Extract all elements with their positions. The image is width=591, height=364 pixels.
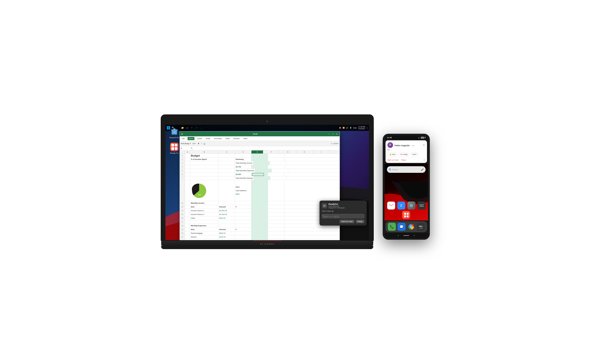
cell-a5[interactable] xyxy=(185,169,190,172)
taskbar-language[interactable]: ENG xyxy=(353,127,357,129)
cell-f19[interactable] xyxy=(268,228,285,231)
taskbar-notification-icon[interactable]: 🔔 xyxy=(339,127,341,129)
maximize-button[interactable]: □ xyxy=(332,133,334,135)
cell-b5[interactable] xyxy=(190,169,219,172)
cell-b15[interactable]: Income Source 2 xyxy=(190,213,219,216)
cell-b1[interactable]: Budget xyxy=(190,154,219,157)
cell-a4[interactable] xyxy=(185,165,190,169)
font-name[interactable]: Arial (Body) ▾ xyxy=(181,143,191,144)
home-button[interactable] xyxy=(403,235,409,236)
cell-b21[interactable]: Electric xyxy=(190,235,219,239)
quick-reply-sure[interactable]: 👍 Sure xyxy=(387,152,398,156)
cell-b8-pie[interactable]: 56% xyxy=(190,180,219,201)
cell-b13[interactable]: Item xyxy=(190,205,219,209)
recents-button[interactable] xyxy=(414,235,415,236)
cell-a12[interactable] xyxy=(185,201,190,205)
cell-a14[interactable] xyxy=(185,209,190,212)
cell-e5[interactable] xyxy=(255,169,272,172)
app-zoom[interactable]: Z xyxy=(397,202,405,209)
taskbar-edge[interactable]: ◈ xyxy=(185,126,189,130)
taskbar-teams[interactable]: T xyxy=(190,126,194,130)
cell-f14[interactable] xyxy=(268,209,285,212)
cell-c14[interactable]: $2,500.00 xyxy=(219,209,235,212)
cell-f4[interactable] xyxy=(268,165,285,169)
cell-c16[interactable]: $250.00 xyxy=(219,216,235,220)
quick-reply-ready[interactable]: I'm ready xyxy=(398,152,410,156)
cell-e7[interactable] xyxy=(254,176,270,180)
cell-c5[interactable] xyxy=(219,169,235,172)
cell-a15[interactable] xyxy=(185,213,190,216)
cell-d8[interactable]: $800 Cash Balance $500 xyxy=(235,180,252,201)
dock-camera[interactable]: 📷 xyxy=(417,223,425,231)
cell-a7[interactable] xyxy=(185,176,190,180)
menu-formulas[interactable]: Formulas xyxy=(213,137,223,140)
taskbar-clock[interactable]: 11:35 AM 4/1/2022 xyxy=(358,126,365,130)
cell-e1[interactable] xyxy=(252,154,268,157)
col-header-a[interactable]: A xyxy=(185,150,190,154)
cell-d6[interactable]: $2,950 xyxy=(235,173,252,176)
excel-grid[interactable]: A B C D E F G H I xyxy=(180,150,339,240)
cell-c13[interactable]: Amount xyxy=(219,205,235,209)
menu-data[interactable]: Data xyxy=(225,137,231,140)
cell-b22[interactable]: Gas xyxy=(190,239,219,240)
cell-a13[interactable] xyxy=(185,205,190,209)
menu-review[interactable]: Review xyxy=(232,137,240,140)
cell-d19[interactable]: ▾ xyxy=(235,228,252,231)
cell-c19[interactable]: Amount xyxy=(219,228,235,231)
dock-messages[interactable]: 💬 xyxy=(398,223,405,231)
cell-e12[interactable] xyxy=(252,201,268,205)
cell-d21[interactable] xyxy=(235,235,252,239)
cell-b12[interactable]: Monthly Income xyxy=(190,201,219,205)
notification-reply-input[interactable] xyxy=(322,214,364,218)
cell-b6[interactable] xyxy=(190,173,219,176)
cell-f17[interactable] xyxy=(268,220,285,224)
taskbar-other[interactable]: ♪ xyxy=(199,126,203,130)
col-header-h[interactable]: H xyxy=(296,150,313,154)
taskbar-notification-center[interactable]: □ xyxy=(367,127,368,129)
cell-b19[interactable]: Item xyxy=(190,228,219,231)
col-header-e[interactable]: E xyxy=(252,150,263,154)
app-ready-for[interactable]: Ready For xyxy=(402,211,410,219)
excel-window[interactable]: ⊞ book ─ □ ✕ File Home Insert xyxy=(179,131,340,240)
phone-notification-card[interactable]: P Pedro Augusto now ▼ Hi! ... 👍 Sure I'm… xyxy=(385,140,427,163)
cell-f8[interactable] xyxy=(268,180,285,201)
cell-e6[interactable] xyxy=(252,173,268,176)
cell-f5[interactable] xyxy=(272,169,288,172)
cell-d4[interactable]: $3,750 xyxy=(235,165,252,169)
cell-d20[interactable] xyxy=(235,231,252,235)
cell-b7[interactable] xyxy=(190,176,219,180)
cell-c6[interactable] xyxy=(219,173,235,176)
quick-reply-here[interactable]: Here! xyxy=(410,152,418,156)
col-header-f[interactable]: F xyxy=(263,150,280,154)
cell-c3[interactable] xyxy=(219,161,235,165)
menu-home[interactable]: Home xyxy=(188,137,194,140)
app-settings[interactable]: ⚙️ xyxy=(407,202,415,209)
cell-e4[interactable] xyxy=(252,165,268,169)
cell-f3[interactable] xyxy=(270,161,286,165)
cell-b3[interactable] xyxy=(190,161,219,165)
menu-view[interactable]: View xyxy=(242,137,248,140)
cell-e13[interactable] xyxy=(252,205,268,209)
cell-e17[interactable] xyxy=(252,220,268,224)
cell-f1[interactable] xyxy=(268,154,285,157)
cell-c22[interactable]: $50.00 xyxy=(219,239,235,240)
cell-d22[interactable] xyxy=(235,239,252,240)
reply-button[interactable]: Reply xyxy=(356,220,364,223)
cell-c12[interactable] xyxy=(219,201,235,205)
cell-a1[interactable] xyxy=(185,154,190,157)
cell-a16[interactable] xyxy=(185,216,190,220)
cell-c17[interactable] xyxy=(219,220,235,224)
cell-f6[interactable] xyxy=(268,173,285,176)
menu-file[interactable]: File xyxy=(181,137,186,140)
cell-d13[interactable]: ▾ xyxy=(235,205,252,209)
cell-e21[interactable] xyxy=(252,235,268,239)
cell-b14[interactable]: Income Source 1 xyxy=(190,209,219,212)
cell-c7[interactable] xyxy=(219,176,235,180)
mic-icon[interactable]: 🎤 xyxy=(421,168,424,171)
app-drawer[interactable] xyxy=(418,202,425,209)
col-header-g[interactable]: G xyxy=(280,150,296,154)
minimize-button[interactable]: ─ xyxy=(328,133,331,135)
cell-a21[interactable] xyxy=(185,235,190,239)
col-header-d[interactable]: D xyxy=(235,150,252,154)
cell-e8[interactable] xyxy=(252,180,268,201)
